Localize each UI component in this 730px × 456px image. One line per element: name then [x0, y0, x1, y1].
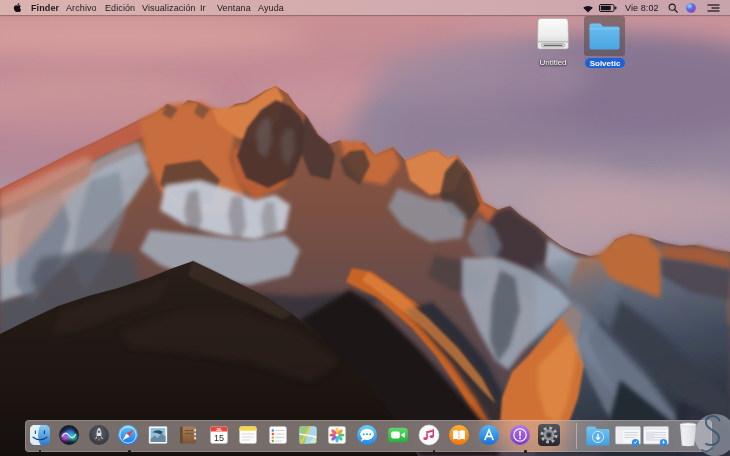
svg-text:15: 15	[213, 433, 223, 443]
svg-text:JUL: JUL	[215, 428, 221, 432]
